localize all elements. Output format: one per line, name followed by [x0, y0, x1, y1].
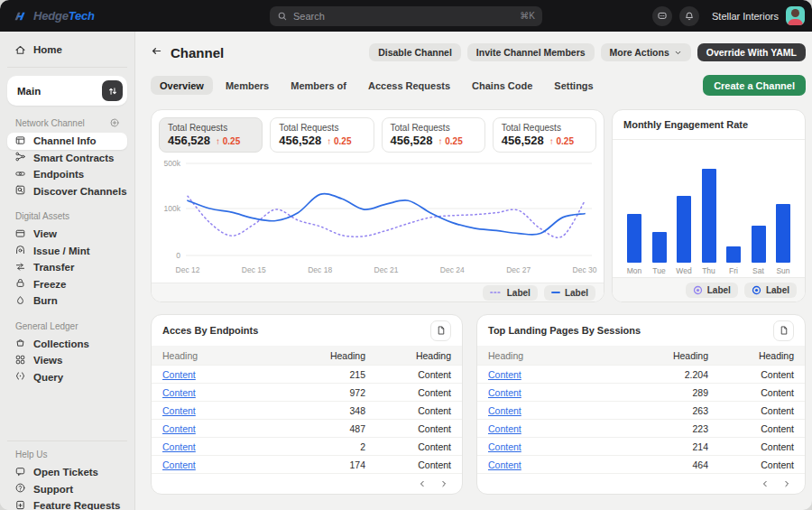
sidebar-item[interactable]: Open Tickets [7, 464, 127, 481]
legend-purple-series[interactable]: Label [686, 283, 738, 298]
divider [7, 440, 127, 441]
tab[interactable]: Members [217, 76, 278, 95]
sidebar-item-home[interactable]: Home [7, 41, 127, 59]
support-icon [14, 482, 26, 496]
search-input[interactable] [293, 11, 514, 22]
sidebar-item-label: Issue / Mint [33, 246, 90, 256]
sidebar-item[interactable]: Endpoints [7, 166, 127, 183]
sidebar-item[interactable]: Collections [7, 336, 127, 353]
stat-card[interactable]: Total Requests 456,528 ↑ 0.25 [382, 117, 485, 153]
tab[interactable]: Settings [545, 76, 602, 95]
row-link[interactable]: Content [162, 405, 266, 416]
sidebar-item[interactable]: Issue / Mint [7, 243, 127, 260]
bar[interactable] [752, 226, 766, 263]
export-button[interactable] [773, 320, 794, 341]
bar[interactable] [726, 246, 741, 263]
bar[interactable] [776, 204, 790, 263]
next-page-button[interactable] [778, 476, 796, 492]
create-channel-button[interactable]: Create a Channel [703, 75, 806, 96]
chevron-right-icon [782, 479, 791, 488]
sidebar-item-label: View [33, 228, 57, 239]
table-title: Top Landing Pages By Sessions [488, 325, 641, 336]
svg-text:0: 0 [176, 251, 180, 260]
table-row: Content 214 Content [477, 437, 805, 455]
row-link[interactable]: Content [162, 369, 266, 380]
row-link[interactable]: Content [162, 441, 266, 452]
notifications-button[interactable] [679, 6, 699, 26]
row-value: 289 [609, 387, 708, 398]
row-link[interactable]: Content [488, 369, 609, 380]
row-link[interactable]: Content [488, 387, 609, 398]
row-link[interactable]: Content [162, 459, 266, 470]
help-nav-list: Open Tickets Support Feature Requests [7, 464, 127, 510]
sidebar-item[interactable]: View [7, 226, 127, 243]
tab[interactable]: Members of [281, 76, 355, 95]
next-page-button[interactable] [435, 476, 453, 492]
sidebar-item-label: Smart Contracts [33, 153, 114, 163]
disable-channel-button[interactable]: Disable Channel [369, 43, 461, 61]
table-header-row: Heading Heading Heading [152, 346, 462, 365]
row-link[interactable]: Content [488, 459, 609, 470]
workspace-name: Main [17, 86, 41, 97]
row-text: Content [708, 405, 794, 416]
prev-page-button[interactable] [413, 476, 431, 492]
bar-column: Tue [650, 232, 669, 277]
stat-card[interactable]: Total Requests 456,528 ↑ 0.25 [270, 117, 374, 153]
bell-icon [684, 11, 695, 22]
feedback-button[interactable] [652, 6, 672, 26]
more-actions-button[interactable]: More Actions [601, 43, 691, 61]
bar[interactable] [652, 232, 667, 263]
tab[interactable]: Chains Code [463, 76, 541, 95]
row-link[interactable]: Content [488, 441, 609, 452]
section-label: General Ledger [15, 321, 78, 331]
row-link[interactable]: Content [488, 405, 609, 416]
stat-value: 456,528 [502, 134, 544, 147]
back-button[interactable] [151, 45, 166, 60]
override-yaml-button[interactable]: Override With YAML [697, 43, 806, 61]
workspace-selector[interactable]: Main [7, 76, 127, 106]
workspace-switch-button[interactable] [102, 80, 123, 101]
sidebar-item[interactable]: Views [7, 352, 127, 369]
add-channel-icon[interactable] [109, 117, 120, 128]
sidebar-item[interactable]: Transfer [7, 259, 127, 276]
global-search[interactable]: ⌘K [270, 6, 542, 26]
view-icon [14, 227, 26, 241]
tab[interactable]: Overview [151, 76, 213, 95]
row-link[interactable]: Content [488, 423, 609, 434]
divider [7, 67, 127, 68]
table-row: Content 464 Content [477, 455, 805, 473]
row-link[interactable]: Content [162, 423, 266, 434]
sidebar-item[interactable]: Smart Contracts [7, 150, 127, 167]
bar-label: Wed [676, 266, 691, 277]
sidebar-item[interactable]: Discover Channels [7, 183, 127, 200]
tab[interactable]: Access Requests [359, 76, 459, 95]
prev-page-button[interactable] [756, 476, 774, 492]
row-value: 174 [266, 459, 365, 470]
stat-card[interactable]: Total Requests 456,528 ↑ 0.25 [159, 117, 263, 153]
sidebar-item[interactable]: Channel Info [7, 133, 127, 150]
bar[interactable] [627, 214, 641, 263]
account-menu[interactable]: Stellar Interiors [712, 6, 805, 25]
sidebar-item[interactable]: Feature Requests [7, 497, 127, 510]
row-value: 263 [609, 405, 708, 416]
sidebar-item[interactable]: Query [7, 369, 127, 386]
bar[interactable] [677, 196, 691, 263]
sidebar-item[interactable]: Support [7, 481, 127, 498]
legend-solid-series[interactable]: Label [544, 285, 595, 301]
legend-blue-series[interactable]: Label [744, 283, 797, 298]
table-row: Content 2.204 Content [477, 365, 805, 383]
chevron-down-icon [674, 49, 682, 57]
row-link[interactable]: Content [162, 387, 266, 398]
sidebar-item[interactable]: Burn [7, 292, 127, 310]
invite-members-button[interactable]: Invite Channel Members [467, 43, 595, 61]
brand-logo[interactable]: HedgeTech [13, 9, 95, 23]
sidebar-item[interactable]: Freeze [7, 276, 127, 293]
export-button[interactable] [430, 320, 451, 341]
stat-card[interactable]: Total Requests 456,528 ↑ 0.25 [493, 117, 596, 153]
legend-dashed-series[interactable]: Label [483, 285, 538, 301]
sidebar-home-label: Home [33, 44, 62, 55]
query-icon [14, 370, 26, 384]
bar[interactable] [702, 169, 716, 263]
tables-row: Acces By Endpoints Heading Heading Headi… [151, 314, 806, 495]
channel-info-icon [14, 134, 26, 148]
